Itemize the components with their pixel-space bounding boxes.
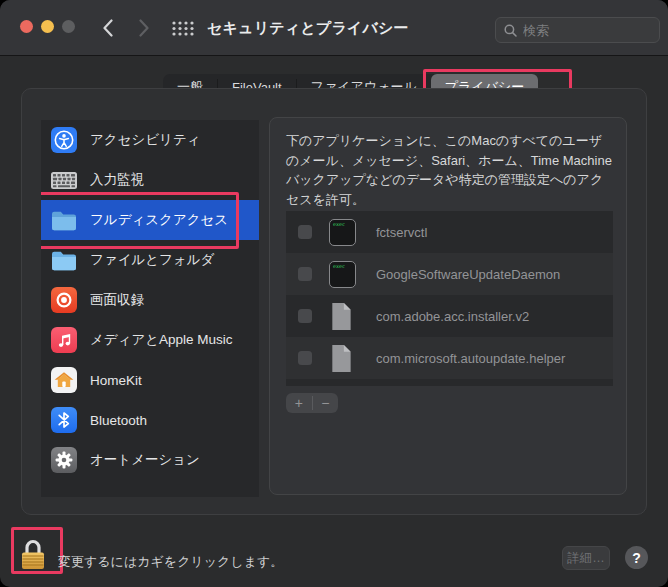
blue-folder-icon (51, 207, 77, 233)
lock-hint-text: 変更するにはカギをクリックします。 (58, 553, 283, 571)
app-row-googlesoftwareupdatedaemon[interactable]: exec GoogleSoftwareUpdateDaemon (286, 253, 613, 295)
show-all-preferences-button[interactable] (170, 20, 196, 37)
advanced-button[interactable]: 詳細… (562, 546, 610, 570)
sidebar-item-input-monitoring[interactable]: 入力監視 (41, 160, 259, 200)
gear-icon (51, 447, 77, 473)
keyboard-icon (51, 167, 77, 193)
light-folder-icon (51, 247, 77, 273)
zoom-window-button[interactable] (62, 20, 75, 33)
music-note-icon (51, 327, 77, 353)
search-input[interactable] (523, 23, 651, 38)
sidebar-item-label: アクセシビリティ (90, 131, 201, 149)
app-row-fctservctl[interactable]: exec fctservctl (286, 211, 613, 253)
sidebar-item-accessibility[interactable]: アクセシビリティ (41, 120, 259, 160)
document-icon (329, 345, 356, 372)
app-name: com.microsoft.autoupdate.helper (376, 351, 565, 366)
sidebar-item-label: HomeKit (90, 373, 142, 388)
app-row-partial[interactable] (286, 379, 613, 386)
lock-icon (18, 536, 48, 572)
add-remove-control: + − (286, 393, 338, 413)
screen-recording-icon (51, 287, 77, 313)
sidebar-item-label: 画面収録 (90, 291, 144, 309)
minimize-window-button[interactable] (41, 20, 54, 33)
app-name: fctservctl (376, 225, 427, 240)
sidebar-item-label: 入力監視 (90, 171, 144, 189)
title-bar: セキュリティとプライバシー (0, 0, 668, 56)
privacy-pane: アクセシビリティ 入力監視 (21, 88, 647, 515)
privacy-category-list: アクセシビリティ 入力監視 (41, 120, 259, 497)
app-list: exec fctservctl exec GoogleSoftwareUpdat… (286, 211, 613, 386)
sidebar-item-label: ファイルとフォルダ (90, 251, 214, 269)
document-icon (329, 303, 356, 330)
sidebar-item-label: オートメーション (90, 451, 200, 469)
accessibility-icon (51, 127, 77, 153)
sidebar-item-bluetooth[interactable]: Bluetooth (41, 400, 259, 440)
search-icon (504, 24, 517, 37)
forward-button[interactable] (133, 17, 155, 39)
remove-app-button[interactable]: − (313, 393, 339, 413)
sidebar-item-full-disk-access[interactable]: フルディスクアクセス (41, 200, 259, 240)
back-button[interactable] (97, 17, 119, 39)
terminal-icon: exec (329, 219, 356, 246)
help-button[interactable]: ? (625, 546, 648, 569)
lock-button[interactable] (18, 536, 48, 572)
app-row-com-microsoft-autoupdate-helper[interactable]: com.microsoft.autoupdate.helper (286, 337, 613, 379)
terminal-icon: exec (329, 261, 356, 288)
app-name: GoogleSoftwareUpdateDaemon (376, 267, 560, 282)
sidebar-item-homekit[interactable]: HomeKit (41, 360, 259, 400)
sidebar-item-label: フルディスクアクセス (90, 211, 228, 229)
security-privacy-window: セキュリティとプライバシー 一般 FileVault ファイアウォール プライバ… (0, 0, 668, 587)
panel-description: 下のアプリケーションに、このMacのすべてのユーザのメール、メッセージ、Safa… (286, 131, 614, 209)
app-checkbox[interactable] (298, 351, 312, 365)
grid-icon (170, 20, 196, 37)
sidebar-item-label: メディアとApple Music (90, 331, 233, 349)
app-checkbox[interactable] (298, 225, 312, 239)
chevron-left-icon (102, 19, 114, 37)
sidebar-item-media-apple-music[interactable]: メディアとApple Music (41, 320, 259, 360)
app-checkbox[interactable] (298, 267, 312, 281)
search-field[interactable] (495, 17, 660, 43)
sidebar-item-files-and-folders[interactable]: ファイルとフォルダ (41, 240, 259, 280)
app-row-com-adobe-acc-installer-v2[interactable]: com.adobe.acc.installer.v2 (286, 295, 613, 337)
sidebar-item-label: Bluetooth (90, 413, 147, 428)
home-icon (51, 367, 77, 393)
window-title: セキュリティとプライバシー (207, 19, 409, 38)
close-window-button[interactable] (20, 20, 33, 33)
app-checkbox[interactable] (298, 309, 312, 323)
full-disk-access-panel: 下のアプリケーションに、このMacのすべてのユーザのメール、メッセージ、Safa… (269, 117, 627, 495)
sidebar-item-screen-recording[interactable]: 画面収録 (41, 280, 259, 320)
chevron-right-icon (138, 19, 150, 37)
sidebar-item-partial[interactable] (41, 480, 259, 497)
app-name: com.adobe.acc.installer.v2 (376, 309, 529, 324)
sidebar-item-automation[interactable]: オートメーション (41, 440, 259, 480)
add-app-button[interactable]: + (286, 393, 312, 413)
bluetooth-icon (51, 407, 77, 433)
